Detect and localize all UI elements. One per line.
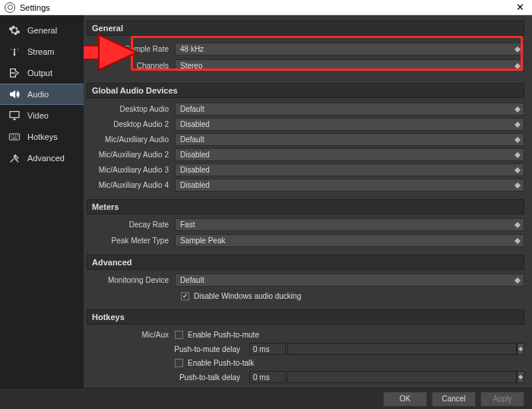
- section-advanced-header: Advanced: [87, 255, 524, 270]
- spinner-icon[interactable]: [517, 371, 524, 383]
- combo-value: Disabled: [180, 181, 210, 189]
- sample-rate-combo[interactable]: 48 kHz: [175, 43, 524, 55]
- device-combo[interactable]: Disabled: [175, 163, 524, 176]
- ducking-checkbox[interactable]: [181, 292, 189, 300]
- device-combo[interactable]: Disabled: [175, 179, 524, 192]
- svg-rect-0: [9, 134, 19, 140]
- spinner-icon: [513, 219, 522, 230]
- decay-rate-combo[interactable]: Fast: [175, 218, 524, 231]
- sidebar-item-label: Advanced: [27, 154, 65, 163]
- spinner-icon: [513, 60, 522, 71]
- spinner-icon: [513, 149, 522, 160]
- spinner-icon: [513, 235, 522, 246]
- sidebar-item-stream[interactable]: Stream: [0, 41, 84, 62]
- sidebar-item-label: Stream: [27, 47, 54, 56]
- sidebar-item-advanced[interactable]: Advanced: [0, 147, 84, 169]
- device-combo[interactable]: Default: [175, 133, 524, 146]
- sidebar-item-output[interactable]: Output: [0, 62, 84, 84]
- monitoring-device-label: Monitoring Device: [87, 276, 175, 284]
- section-devices-header: Global Audio Devices: [87, 83, 524, 98]
- footer: OK Cancel Apply: [0, 388, 532, 409]
- sidebar: General Stream Output Audio: [0, 15, 84, 388]
- push-to-mute-delay-label: Push-to-mute delay: [87, 345, 246, 354]
- push-to-mute-delay-input[interactable]: 0 ms: [249, 343, 286, 355]
- section-general-header: General: [87, 21, 524, 36]
- sidebar-item-label: Audio: [27, 90, 49, 99]
- section-hotkeys-header: Hotkeys: [87, 309, 524, 325]
- monitor-icon: [8, 109, 21, 122]
- sidebar-item-audio[interactable]: Audio: [0, 84, 84, 105]
- sidebar-item-label: Output: [27, 68, 52, 78]
- push-to-mute-label: Enable Push-to-mute: [188, 331, 259, 339]
- device-label: Mic/Auxiliary Audio 3: [87, 166, 175, 174]
- settings-panel: General Sample Rate 48 kHz Channels Ster…: [84, 15, 532, 388]
- combo-value: Fast: [180, 220, 195, 229]
- device-label: Desktop Audio 2: [87, 120, 175, 128]
- speaker-icon: [8, 87, 21, 101]
- combo-value: Default: [180, 105, 204, 113]
- spinner-icon: [513, 274, 522, 286]
- push-to-mute-checkbox[interactable]: [175, 331, 183, 339]
- title-bar: Settings ✕: [0, 0, 532, 15]
- apply-button[interactable]: Apply: [480, 392, 524, 407]
- device-combo[interactable]: Default: [175, 103, 524, 116]
- combo-value: Default: [180, 135, 204, 144]
- section-meters-header: Meters: [87, 199, 524, 214]
- channels-combo[interactable]: Stereo: [175, 59, 524, 72]
- spinner-icon: [513, 134, 522, 145]
- device-combo[interactable]: Disabled: [175, 148, 524, 161]
- sidebar-item-hotkeys[interactable]: Hotkeys: [0, 126, 84, 147]
- micaux-label: Mic/Aux: [87, 331, 175, 339]
- window-title: Settings: [20, 3, 50, 12]
- sample-rate-label: Sample Rate: [87, 45, 175, 53]
- combo-value: Sample Peak: [180, 236, 225, 245]
- combo-value: Default: [180, 276, 204, 284]
- combo-value: Disabled: [180, 166, 210, 174]
- keyboard-icon: [8, 130, 21, 144]
- push-to-talk-checkbox[interactable]: [175, 359, 183, 367]
- close-icon[interactable]: ✕: [513, 2, 527, 13]
- combo-value: Disabled: [180, 151, 210, 159]
- antenna-icon: [8, 45, 21, 59]
- push-to-talk-delay-label: Push-to-talk delay: [87, 373, 246, 382]
- sidebar-item-label: Video: [27, 111, 49, 120]
- device-label: Mic/Auxiliary Audio 4: [87, 181, 175, 189]
- push-to-talk-label: Enable Push-to-talk: [188, 359, 254, 367]
- sidebar-item-label: General: [27, 26, 57, 35]
- app-icon: [5, 2, 15, 13]
- ok-button[interactable]: OK: [383, 392, 427, 407]
- peak-meter-label: Peak Meter Type: [87, 236, 175, 245]
- combo-value: Disabled: [180, 120, 210, 128]
- sidebar-item-general[interactable]: General: [0, 20, 84, 41]
- sidebar-item-label: Hotkeys: [27, 132, 58, 141]
- combo-value: Stereo: [180, 62, 202, 70]
- spinner-icon[interactable]: [517, 343, 524, 355]
- gear-icon: [8, 24, 21, 37]
- spinner-icon: [513, 43, 522, 55]
- ducking-label: Disable Windows audio ducking: [194, 292, 301, 300]
- decay-rate-label: Decay Rate: [87, 220, 175, 229]
- spinner-icon: [513, 164, 522, 176]
- cancel-button[interactable]: Cancel: [432, 392, 476, 407]
- combo-value: 48 kHz: [180, 45, 204, 53]
- device-label: Mic/Auxiliary Audio 2: [87, 151, 175, 159]
- channels-label: Channels: [87, 62, 175, 70]
- sidebar-item-video[interactable]: Video: [0, 105, 84, 126]
- spinner-icon: [513, 179, 522, 191]
- spinner-icon: [513, 103, 522, 115]
- device-label: Desktop Audio: [87, 105, 175, 113]
- device-combo[interactable]: Disabled: [175, 118, 524, 131]
- device-label: Mic/Auxiliary Audio: [87, 135, 175, 144]
- push-to-talk-delay-input[interactable]: 0 ms: [249, 371, 286, 383]
- spinner-icon: [513, 119, 522, 130]
- output-icon: [8, 66, 21, 80]
- monitoring-device-combo[interactable]: Default: [175, 274, 524, 287]
- tools-icon: [8, 151, 21, 165]
- peak-meter-combo[interactable]: Sample Peak: [175, 234, 524, 247]
